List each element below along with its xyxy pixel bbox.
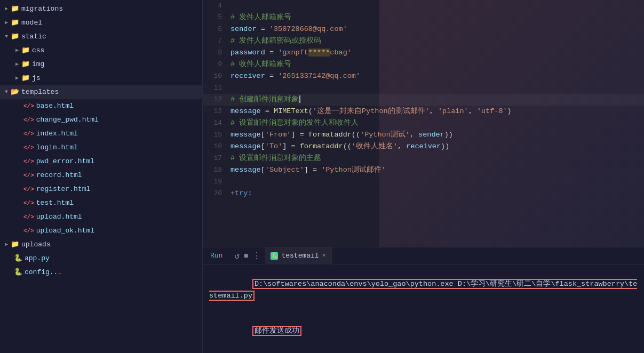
code-line-4: 4 [203,0,644,12]
code-line-5: 5 # 发件人邮箱账号 [203,12,644,23]
stop-button[interactable]: ■ [242,251,250,261]
html-icon: </> [23,128,34,140]
line-content: # 发件人邮箱账号 [228,12,291,23]
code-line-19: 19 [203,176,644,188]
success-highlight: 邮件发送成功 [252,326,301,336]
sidebar-item-change-pwd-html[interactable]: </> change_pwd.html [0,113,202,127]
code-editor[interactable]: 4 5 # 发件人邮箱账号 6 sender = '350728668@qq.c… [203,0,644,247]
sidebar-item-templates[interactable]: ▼ 📂 templates [0,85,202,99]
folder-icon: 📁 [11,31,19,43]
line-content: # 收件人邮箱账号 [228,59,291,70]
line-content: message = MIMEText('这是一封来自Python的测试邮件', … [228,106,512,117]
folder-icon: 📁 [21,73,30,84]
line-content: # 设置邮件消息对象的发件人和收件人 [228,117,359,129]
code-lines: 4 5 # 发件人邮箱账号 6 sender = '350728668@qq.c… [203,0,644,199]
bottom-tabs: Run ↺ ■ ⋮ 🐍 testemail × [203,247,644,264]
arrow-icon: ▶ [2,17,11,29]
line-number: 13 [203,106,228,117]
sidebar-item-upload-html[interactable]: </> upload.html [0,210,202,224]
sidebar-item-label: js [32,73,41,84]
line-number: 8 [203,47,228,59]
line-number: 6 [203,23,228,35]
sidebar-item-label: upload.html [36,211,82,223]
sidebar-item-login-html[interactable]: </> login.html [0,141,202,155]
run-button[interactable]: Run [207,251,226,261]
line-content: message['From'] = formataddr(('Python测试'… [228,129,453,141]
terminal-line-1: D:\softwares\anaconda\envs\yolo_gao\pyth… [209,267,638,314]
tab-label: testemail [281,252,319,260]
command-highlight: D:\softwares\anaconda\envs\yolo_gao\pyth… [209,279,637,301]
refresh-button[interactable]: ↺ [232,250,242,262]
sidebar-item-register-html[interactable]: </> register.html [0,182,202,196]
code-line-13: 13 message = MIMEText('这是一封来自Python的测试邮件… [203,106,644,117]
html-icon: </> [23,156,34,167]
code-line-8: 8 password = 'gxnpft*****cbag' [203,47,644,59]
sidebar-item-test-html[interactable]: </> test.html [0,196,202,210]
python-dot-icon: 🐍 [271,252,278,260]
html-icon: </> [23,225,34,237]
sidebar-item-label: base.html [36,100,74,112]
python-icon: 🐍 [14,267,22,278]
arrow-icon: ▼ [2,31,11,43]
sidebar-item-upload-ok-html[interactable]: </> upload_ok.html [0,224,202,238]
line-number: 14 [203,117,228,129]
line-number: 19 [203,176,228,188]
sidebar-item-uploads[interactable]: ▶ 📁 uploads [0,238,202,252]
sidebar-item-img[interactable]: ▶ 📁 img [0,58,202,71]
html-icon: </> [23,197,34,209]
arrow-icon: ▶ [13,45,21,57]
sidebar-item-label: app.py [25,253,50,264]
sidebar-item-label: upload_ok.html [36,225,94,237]
code-line-16: 16 message['To'] = formataddr(('收件人姓名', … [203,141,644,153]
sidebar-item-label: record.html [36,170,82,181]
line-number: 15 [203,129,228,141]
sidebar-item-js[interactable]: ▶ 📁 js [0,71,202,85]
sidebar-item-static[interactable]: ▼ 📁 static [0,30,202,44]
sidebar-item-index-html[interactable]: </> index.html [0,127,202,141]
line-content: +try: [228,188,252,199]
sidebar-item-label: pwd_error.html [36,156,94,167]
sidebar-item-model[interactable]: ▶ 📁 model [0,16,202,30]
more-options-button[interactable]: ⋮ [252,251,261,261]
html-icon: </> [23,100,34,112]
sidebar-item-pwd-error-html[interactable]: </> pwd_error.html [0,155,202,169]
terminal-line-2: 邮件发送成功 [209,314,638,349]
folder-icon: 📁 [21,59,30,70]
line-content: message['Subject'] = 'Python测试邮件' [228,164,386,176]
line-number: 5 [203,12,228,23]
html-icon: </> [23,211,34,223]
line-number: 10 [203,70,228,82]
sidebar-item-label: change_pwd.html [36,114,99,126]
code-line-20: 20 +try: [203,188,644,199]
line-content: password = 'gxnpft*****cbag' [228,47,352,59]
sidebar-item-label: register.html [36,183,90,195]
tab-close-button[interactable]: × [322,252,326,260]
sidebar-item-record-html[interactable]: </> record.html [0,169,202,182]
sidebar-item-migrations[interactable]: ▶ 📁 migrations [0,2,202,16]
sidebar-item-config-py[interactable]: 🐍 config... [0,266,202,279]
sidebar-item-css[interactable]: ▶ 📁 css [0,44,202,58]
sidebar-item-label: css [32,45,44,57]
sidebar-item-label: model [21,17,42,29]
arrow-icon: ▶ [13,59,21,70]
code-line-14: 14 # 设置邮件消息对象的发件人和收件人 [203,117,644,129]
sidebar-item-base-html[interactable]: </> base.html [0,99,202,113]
sidebar-item-label: config... [25,267,62,278]
folder-icon: 📁 [11,3,19,15]
html-icon: </> [23,142,34,154]
line-number: 18 [203,164,228,176]
folder-icon: 📁 [11,239,19,251]
folder-icon: 📂 [11,86,19,98]
line-number: 4 [203,0,228,12]
line-number: 7 [203,35,228,47]
sidebar-item-label: img [32,59,44,70]
sidebar-item-label: uploads [21,239,51,251]
code-line-6: 6 sender = '350728668@qq.com' [203,23,644,35]
code-line-12: 12 # 创建邮件消息对象 [203,94,644,106]
sidebar-item-label: migrations [21,3,63,15]
line-content: # 创建邮件消息对象 [228,94,300,106]
sidebar-item-app-py[interactable]: 🐍 app.py [0,252,202,266]
terminal-tab-testemail[interactable]: 🐍 testemail × [265,247,331,264]
sidebar-item-label: templates [21,86,59,98]
line-number: 9 [203,59,228,70]
